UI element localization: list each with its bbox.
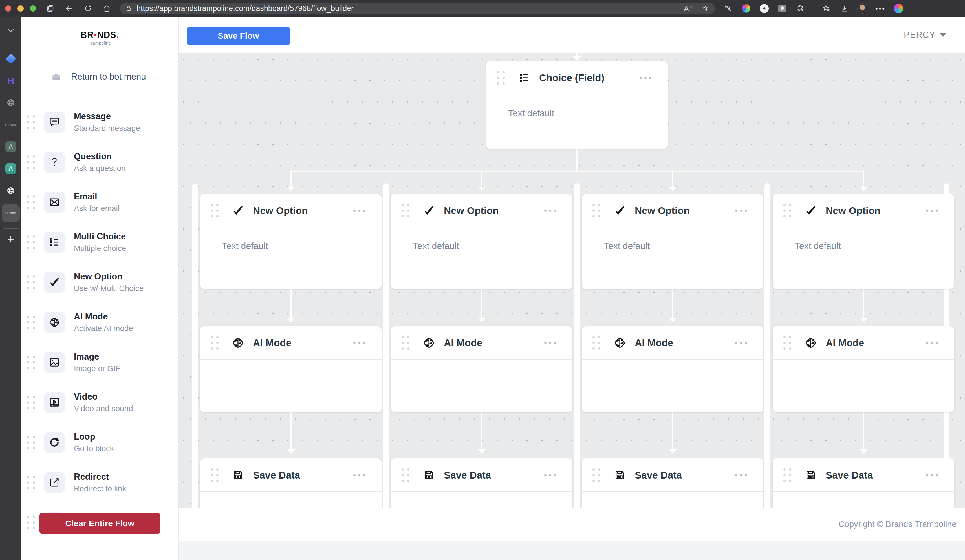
- drag-handle-icon[interactable]: [27, 196, 35, 209]
- drag-handle-icon[interactable]: [211, 204, 219, 217]
- node-menu-icon[interactable]: [544, 474, 556, 476]
- zoom-window-button[interactable]: [30, 5, 36, 11]
- more-menu-icon[interactable]: •••: [875, 3, 885, 13]
- node-choice-field[interactable]: Choice (Field) Text default: [486, 61, 668, 149]
- drag-handle-icon[interactable]: [402, 204, 409, 217]
- drag-handle-icon[interactable]: [27, 155, 35, 169]
- clear-entire-flow-button[interactable]: Clear Entire Flow: [39, 513, 160, 534]
- tab-overview-icon[interactable]: [46, 4, 55, 13]
- node-menu-icon[interactable]: [353, 209, 365, 212]
- collapse-chevron-icon[interactable]: [2, 22, 19, 39]
- save-flow-button[interactable]: Save Flow: [187, 26, 290, 45]
- palette-item-loop[interactable]: LoopGo to block: [21, 423, 178, 462]
- active-brands-tab[interactable]: BR•NDS.: [2, 204, 20, 222]
- palette-item-image[interactable]: ImageImage or GIF: [21, 342, 178, 382]
- node-menu-icon[interactable]: [353, 474, 365, 476]
- node-body-text[interactable]: Text default: [773, 227, 954, 251]
- palette-item-message[interactable]: MessageStandard message: [21, 102, 178, 142]
- diamond-tab-icon[interactable]: [2, 50, 19, 67]
- new-tab-button[interactable]: +: [7, 233, 14, 246]
- node-body-text[interactable]: Text default: [486, 95, 668, 118]
- drag-handle-icon[interactable]: [27, 356, 35, 369]
- download-icon[interactable]: [839, 3, 849, 13]
- drag-handle-icon[interactable]: [211, 469, 219, 482]
- node-new-option[interactable]: New Option Text default: [200, 194, 381, 289]
- minimize-window-button[interactable]: [18, 5, 24, 11]
- drag-handle-icon[interactable]: [592, 204, 600, 217]
- node-menu-icon[interactable]: [735, 209, 747, 212]
- drag-handle-icon[interactable]: [783, 469, 791, 482]
- read-aloud-icon[interactable]: Aᴾ: [683, 4, 693, 13]
- node-menu-icon[interactable]: [640, 77, 651, 79]
- palette-item-redirect[interactable]: RedirectRedirect to link: [21, 462, 178, 503]
- camera-icon[interactable]: [777, 3, 787, 13]
- drag-handle-icon[interactable]: [592, 336, 600, 349]
- globe-tab-icon[interactable]: [2, 94, 19, 111]
- return-to-bot-menu-link[interactable]: Return to bot menu: [21, 58, 178, 95]
- drag-handle-icon[interactable]: [27, 396, 35, 409]
- node-new-option[interactable]: New Option Text default: [582, 194, 763, 289]
- copilot-icon[interactable]: [893, 3, 903, 13]
- node-menu-icon[interactable]: [544, 209, 556, 212]
- profile-avatar[interactable]: [857, 3, 867, 13]
- node-ai-mode[interactable]: AI Mode: [391, 326, 572, 412]
- drag-handle-icon[interactable]: [27, 115, 35, 129]
- drag-handle-icon[interactable]: [783, 204, 791, 217]
- drag-handle-icon[interactable]: [497, 71, 505, 85]
- close-window-button[interactable]: [5, 5, 11, 11]
- favorite-star-icon[interactable]: [700, 4, 710, 13]
- address-bar[interactable]: https://app.brandstrampoline.com/dashboa…: [120, 3, 715, 15]
- palette-item-multi-choice[interactable]: Multi ChoiceMultiple choice: [21, 222, 178, 262]
- flow-canvas[interactable]: Choice (Field) Text default New Option T…: [178, 53, 965, 508]
- node-new-option[interactable]: New Option Text default: [391, 194, 572, 289]
- node-body-text[interactable]: Text default: [391, 227, 572, 251]
- node-save-data[interactable]: Save Data: [200, 459, 381, 508]
- node-save-data[interactable]: Save Data: [391, 459, 572, 508]
- node-menu-icon[interactable]: [735, 474, 747, 476]
- palette-item-question[interactable]: QuestionAsk a question: [21, 142, 178, 182]
- reload-icon[interactable]: [83, 4, 93, 13]
- node-menu-icon[interactable]: [544, 342, 556, 344]
- drag-handle-icon[interactable]: [27, 436, 35, 449]
- drag-handle-icon[interactable]: [402, 336, 409, 349]
- node-menu-icon[interactable]: [353, 342, 365, 344]
- node-menu-icon[interactable]: [926, 342, 938, 344]
- globe-white-tab-icon[interactable]: [2, 182, 19, 199]
- back-icon[interactable]: [64, 4, 74, 13]
- node-save-data[interactable]: Save Data: [773, 459, 954, 508]
- puzzle-extension-icon[interactable]: [795, 3, 805, 13]
- drag-handle-icon[interactable]: [402, 469, 409, 482]
- palette-item-ai-mode[interactable]: AI ModeActivate AI mode: [21, 302, 178, 342]
- node-ai-mode[interactable]: AI Mode: [200, 326, 381, 412]
- home-icon[interactable]: [102, 4, 112, 13]
- palette-item-video[interactable]: VideoVideo and sound: [21, 382, 178, 423]
- drag-handle-icon[interactable]: [783, 336, 791, 349]
- node-save-data[interactable]: Save Data: [582, 459, 763, 508]
- node-menu-icon[interactable]: [926, 474, 938, 476]
- password-keys-icon[interactable]: [723, 3, 733, 13]
- hand-badge-icon[interactable]: ✦: [759, 3, 769, 13]
- drag-handle-icon[interactable]: [27, 516, 35, 529]
- drag-handle-icon[interactable]: [27, 315, 35, 329]
- palette-item-new-option[interactable]: New OptionUse w/ Multi Choice: [21, 262, 178, 302]
- h-logo-tab-icon[interactable]: H: [2, 72, 19, 89]
- brands-mini-tab-icon[interactable]: BR•NDS.: [2, 116, 19, 133]
- node-new-option[interactable]: New Option Text default: [773, 194, 954, 289]
- color-wheel-icon[interactable]: [741, 3, 751, 13]
- node-ai-mode[interactable]: AI Mode: [582, 326, 763, 412]
- user-menu[interactable]: PERCY: [885, 17, 965, 53]
- a-tile-dim-tab-icon[interactable]: A: [2, 138, 19, 155]
- url-text[interactable]: https://app.brandstrampoline.com/dashboa…: [136, 4, 683, 13]
- node-menu-icon[interactable]: [926, 209, 938, 212]
- a-tile-teal-tab-icon[interactable]: A: [2, 160, 19, 177]
- palette-item-email[interactable]: EmailAsk for email: [21, 182, 178, 222]
- node-menu-icon[interactable]: [735, 342, 747, 344]
- drag-handle-icon[interactable]: [27, 235, 35, 249]
- drag-handle-icon[interactable]: [211, 336, 219, 349]
- drag-handle-icon[interactable]: [27, 276, 35, 289]
- node-ai-mode[interactable]: AI Mode: [773, 326, 954, 412]
- collections-icon[interactable]: [821, 3, 831, 13]
- node-body-text[interactable]: Text default: [200, 227, 381, 251]
- drag-handle-icon[interactable]: [592, 469, 600, 482]
- drag-handle-icon[interactable]: [27, 476, 35, 489]
